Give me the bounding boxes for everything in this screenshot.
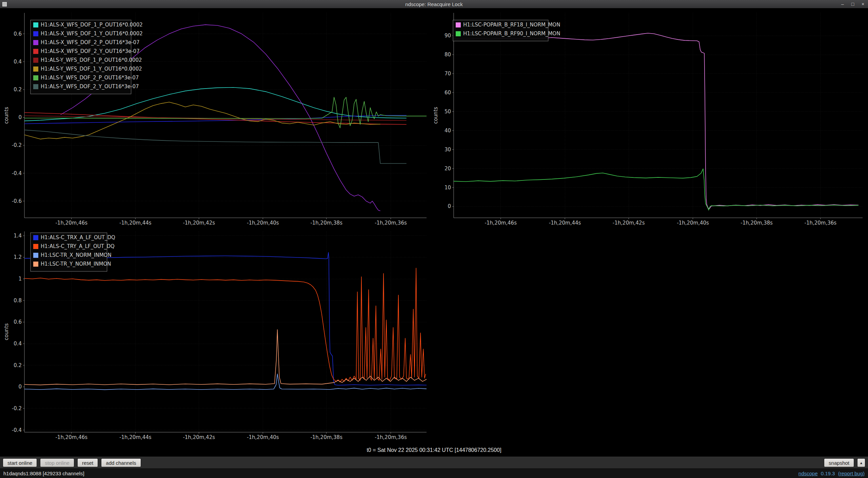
legend[interactable]: H1:ALS-X_WFS_DOF_1_P_OUT16*0.0002H1:ALS-… [31, 20, 143, 94]
legend-label: H1:ALS-X_WFS_DOF_1_P_OUT16*0.0002 [41, 22, 143, 28]
maximize-button[interactable]: □ [848, 0, 858, 8]
svg-text:10: 10 [445, 185, 451, 191]
svg-text:40: 40 [445, 128, 451, 134]
reset-button[interactable]: reset [77, 458, 98, 467]
legend-swatch [33, 58, 38, 63]
legend-swatch [33, 22, 38, 27]
svg-text:1: 1 [18, 276, 22, 282]
trace-5 [24, 102, 380, 139]
legend-label: H1:ALS-Y_WFS_DOF_2_Y_OUT16*3e-07 [41, 83, 139, 90]
legend-swatch [33, 235, 38, 240]
plot-area: 0.60.40.20-0.2-0.4-0.6-1h,20m,46s-1h,20m… [0, 8, 868, 443]
about-links: ndscope 0.19.3 (report bug) [797, 471, 865, 476]
traces [454, 33, 859, 210]
svg-text:0: 0 [18, 384, 22, 390]
svg-text:-1h,20m,42s: -1h,20m,42s [183, 434, 215, 440]
legend-label: H1:ALS-X_WFS_DOF_2_Y_OUT16*3e-07 [41, 48, 140, 55]
svg-text:60: 60 [445, 90, 451, 96]
legend-swatch [33, 75, 38, 80]
svg-text:1.2: 1.2 [14, 254, 22, 260]
legend-label: H1:ALS-C_TRY_A_LF_OUT_DQ [41, 243, 115, 250]
svg-text:-0.4: -0.4 [12, 170, 22, 176]
legend-label: H1:LSC-TR_Y_NORM_INMON [41, 261, 111, 267]
legend-swatch [33, 66, 38, 72]
svg-text:0.6: 0.6 [14, 319, 22, 325]
svg-text:0: 0 [448, 203, 451, 209]
svg-text:-0.2: -0.2 [12, 405, 22, 412]
traces [24, 252, 427, 390]
legend-swatch [33, 244, 38, 249]
status-bar: h1daqnds1:8088 [429233 channels] ndscope… [0, 469, 868, 478]
legend-swatch [33, 31, 38, 36]
start-online-button[interactable]: start online [3, 458, 37, 467]
svg-text:-1h,20m,36s: -1h,20m,36s [804, 220, 836, 226]
svg-text:0.4: 0.4 [14, 59, 22, 65]
svg-text:-1h,20m,44s: -1h,20m,44s [119, 434, 152, 440]
svg-text:-1h,20m,36s: -1h,20m,36s [375, 434, 407, 440]
plot-als-wfs[interactable]: 0.60.40.20-0.2-0.4-0.6-1h,20m,46s-1h,20m… [3, 10, 429, 227]
legend-label: H1:LSC-TR_X_NORM_INMON [41, 252, 112, 259]
svg-text:-1h,20m,46s: -1h,20m,46s [55, 220, 87, 226]
title-bar[interactable]: ndscope: Reacquire Lock – □ × [0, 0, 868, 8]
trace-6 [24, 97, 427, 128]
svg-text:-1h,20m,46s: -1h,20m,46s [55, 434, 87, 440]
svg-text:-1h,20m,36s: -1h,20m,36s [375, 220, 407, 226]
svg-text:0: 0 [18, 114, 22, 120]
svg-text:-0.6: -0.6 [12, 198, 22, 204]
y-axis-label: counts [3, 323, 9, 340]
trace-7 [24, 130, 407, 164]
minimize-button[interactable]: – [837, 0, 848, 8]
expand-arrow-button[interactable]: ▲ [857, 458, 865, 467]
legend-label: H1:ALS-C_TRX_A_LF_OUT_DQ [41, 234, 115, 241]
legend-label: H1:ALS-Y_WFS_DOF_2_P_OUT16*3e-07 [41, 75, 139, 81]
svg-text:0.2: 0.2 [14, 87, 22, 93]
plot-canvas-lsc-popair[interactable]: 9080706050403020100-1h,20m,46s-1h,20m,44… [433, 10, 865, 227]
version-link[interactable]: 0.19.3 [821, 471, 835, 476]
svg-text:-1h,20m,40s: -1h,20m,40s [247, 220, 279, 226]
trace-1 [24, 268, 426, 382]
legend-swatch [33, 40, 38, 45]
svg-text:0.4: 0.4 [14, 341, 22, 347]
snapshot-button[interactable]: snapshot [824, 458, 854, 467]
svg-text:-1h,20m,44s: -1h,20m,44s [549, 220, 581, 226]
t0-row: t0 = Sat Nov 22 2025 00:31:42 UTC [14478… [0, 444, 868, 457]
trace-0 [454, 33, 859, 209]
trace-1 [454, 169, 859, 210]
close-button[interactable]: × [858, 0, 868, 8]
server-status: h1daqnds1:8088 [429233 channels] [3, 471, 84, 476]
svg-text:1.4: 1.4 [14, 233, 22, 239]
svg-text:0.8: 0.8 [14, 298, 22, 304]
legend-swatch [33, 262, 38, 267]
svg-text:0.2: 0.2 [14, 362, 22, 368]
window-title: ndscope: Reacquire Lock [0, 1, 868, 7]
legend-swatch [33, 49, 38, 54]
plot-arm-trans[interactable]: 1.41.210.80.60.40.20-0.2-0.4-1h,20m,46s-… [3, 229, 429, 442]
legend-swatch [33, 253, 38, 258]
plot-canvas-arm-trans[interactable]: 1.41.210.80.60.40.20-0.2-0.4-1h,20m,46s-… [3, 229, 429, 442]
add-channels-button[interactable]: add channels [101, 458, 141, 467]
svg-text:-0.2: -0.2 [12, 142, 22, 148]
svg-text:30: 30 [445, 147, 451, 153]
svg-text:-1h,20m,40s: -1h,20m,40s [247, 434, 279, 440]
stop-online-button[interactable]: stop online [40, 458, 74, 467]
svg-text:-1h,20m,40s: -1h,20m,40s [677, 220, 709, 226]
legend[interactable]: H1:LSC-POPAIR_B_RF18_I_NORM_MONH1:LSC-PO… [453, 20, 560, 41]
svg-text:-0.4: -0.4 [12, 427, 22, 433]
trace-2 [24, 374, 427, 390]
report-bug-link[interactable]: (report bug) [838, 471, 865, 476]
svg-text:-1h,20m,42s: -1h,20m,42s [183, 220, 215, 226]
plot-lsc-popair[interactable]: 9080706050403020100-1h,20m,46s-1h,20m,44… [433, 10, 865, 227]
legend-swatch [33, 84, 38, 89]
grid [454, 13, 863, 218]
legend-label: H1:ALS-X_WFS_DOF_2_P_OUT16*3e-07 [41, 39, 140, 46]
legend[interactable]: H1:ALS-C_TRX_A_LF_OUT_DQH1:ALS-C_TRY_A_L… [31, 233, 115, 271]
legend-label: H1:ALS-X_WFS_DOF_1_Y_OUT16*0.0002 [41, 31, 143, 37]
svg-text:-1h,20m,38s: -1h,20m,38s [310, 434, 342, 440]
ndscope-link[interactable]: ndscope [798, 471, 818, 476]
plot-canvas-als-wfs[interactable]: 0.60.40.20-0.2-0.4-0.6-1h,20m,46s-1h,20m… [3, 10, 429, 227]
y-axis-label: counts [3, 107, 9, 124]
legend-swatch [456, 22, 461, 27]
legend-label: H1:LSC-POPAIR_B_RF90_I_NORM_MON [463, 31, 560, 37]
svg-text:90: 90 [445, 33, 451, 39]
axis-ticks: 9080706050403020100-1h,20m,46s-1h,20m,44… [445, 13, 863, 226]
